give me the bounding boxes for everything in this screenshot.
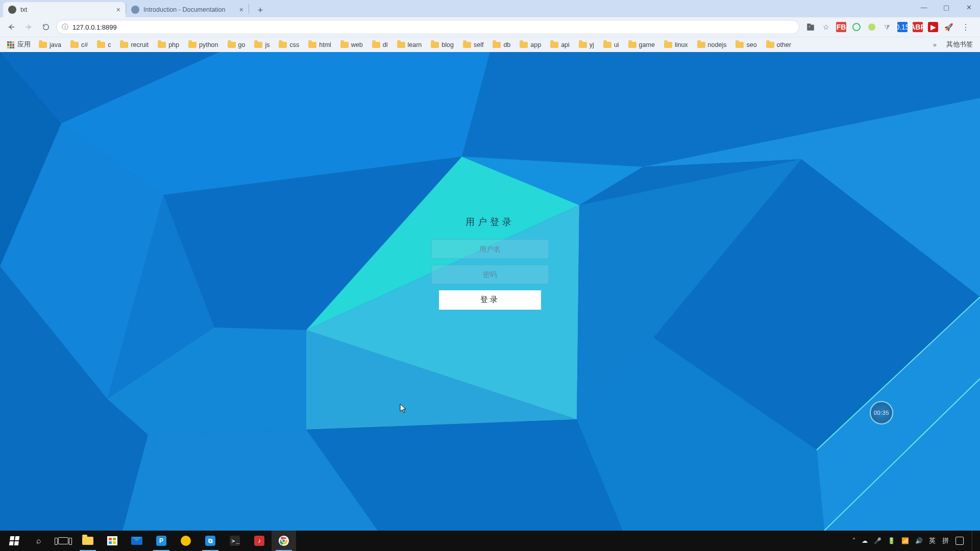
taskbar-app-store[interactable]: [100, 531, 125, 551]
extension-abp-icon[interactable]: ABP: [913, 22, 923, 32]
login-button[interactable]: 登录: [439, 290, 541, 310]
bookmark-folder[interactable]: php: [154, 40, 183, 49]
taskbar-app-explorer[interactable]: [76, 531, 100, 551]
apps-button[interactable]: 应用: [4, 39, 34, 50]
system-tray: ˄ ☁ 🎤 🔋 📶 🔊 英 拼: [847, 531, 980, 551]
reload-button[interactable]: [39, 20, 53, 34]
tray-overflow-button[interactable]: ˄: [852, 531, 855, 551]
bookmark-folder[interactable]: app: [516, 40, 545, 49]
bookmark-folder[interactable]: linux: [660, 40, 692, 49]
taskbar-search-button[interactable]: ⌕: [27, 531, 51, 551]
bookmark-folder[interactable]: js: [250, 40, 274, 49]
bookmark-folder[interactable]: recruit: [116, 40, 153, 49]
bookmark-folder[interactable]: api: [546, 40, 574, 49]
bookmark-folder[interactable]: java: [35, 40, 65, 49]
bookmarks-overflow-button[interactable]: »: [930, 41, 940, 48]
other-bookmarks-button[interactable]: 其他书签: [941, 39, 976, 50]
username-input[interactable]: [431, 239, 549, 259]
bookmark-folder[interactable]: seo: [731, 40, 761, 49]
extension-rocket-icon[interactable]: 🚀: [943, 22, 953, 32]
tray-ime-lang[interactable]: 英: [929, 531, 936, 551]
password-input[interactable]: [431, 265, 549, 284]
tray-ime-mode[interactable]: 拼: [942, 531, 949, 551]
bookmark-folder[interactable]: web: [336, 40, 367, 49]
back-button[interactable]: [4, 20, 18, 34]
tray-battery-icon[interactable]: 🔋: [888, 531, 895, 551]
task-view-button[interactable]: [51, 531, 76, 551]
close-icon[interactable]: ×: [239, 6, 243, 14]
bookmark-folder[interactable]: db: [488, 40, 514, 49]
extension-fb-icon[interactable]: FB: [836, 22, 846, 32]
tab-inactive[interactable]: Introduction - Documentation ×: [126, 2, 249, 17]
extension-green-dot-icon[interactable]: [867, 22, 877, 32]
new-tab-button[interactable]: +: [253, 3, 267, 17]
bookmark-folder[interactable]: python: [184, 40, 223, 49]
browser-menu-button[interactable]: ⋮: [959, 22, 973, 32]
site-info-icon[interactable]: ⓘ: [62, 22, 68, 32]
bookmark-folder[interactable]: blog: [427, 40, 458, 49]
tray-onedrive-icon[interactable]: ☁: [862, 531, 868, 551]
address-bar: ⓘ 127.0.0.1:8899 ☆ FB ⧩ 0.15 ABP ▶ 🚀 ⋮: [0, 17, 980, 37]
tray-volume-icon[interactable]: 🔊: [915, 531, 923, 551]
bookmark-folder[interactable]: self: [459, 40, 487, 49]
bookmark-folder[interactable]: game: [624, 40, 659, 49]
window-close-button[interactable]: ✕: [958, 0, 980, 14]
taskbar-app-chrome[interactable]: [272, 531, 296, 551]
bookmark-folder[interactable]: learn: [393, 40, 426, 49]
extension-evernote-icon[interactable]: [851, 22, 862, 32]
extension-calendar-icon[interactable]: 0.15: [897, 22, 908, 32]
taskbar-app-netease[interactable]: ♪: [247, 531, 272, 551]
bookmark-label: go: [238, 41, 246, 48]
close-icon[interactable]: ×: [116, 6, 120, 14]
folder-icon: [372, 42, 380, 48]
window-minimize-button[interactable]: —: [913, 0, 935, 14]
bookmark-folder[interactable]: dl: [368, 40, 392, 49]
bookmark-label: app: [530, 41, 541, 48]
bookmark-star-icon[interactable]: ☆: [821, 22, 831, 32]
bookmark-folder[interactable]: c#: [66, 40, 92, 49]
toolbar-extensions: ☆ FB ⧩ 0.15 ABP ▶ 🚀 ⋮: [802, 22, 976, 32]
globe-icon: [8, 6, 16, 14]
window-maximize-button[interactable]: ▢: [935, 0, 958, 14]
bookmark-folder[interactable]: c: [93, 40, 115, 49]
start-button[interactable]: [2, 531, 27, 551]
mouse-cursor-icon: [400, 404, 407, 414]
taskbar-app-terminal[interactable]: ＞_: [223, 531, 247, 551]
folder-icon: [120, 42, 128, 48]
extension-chevron-icon[interactable]: ⧩: [882, 22, 892, 32]
translate-icon[interactable]: [805, 22, 816, 32]
folder-icon: [736, 42, 744, 48]
arrow-left-icon: [7, 23, 15, 31]
bookmark-folder[interactable]: nodejs: [693, 40, 731, 49]
show-desktop-button[interactable]: [972, 531, 975, 551]
recording-timer-badge[interactable]: 00:35: [870, 401, 893, 424]
omnibox[interactable]: ⓘ 127.0.0.1:8899: [56, 20, 799, 34]
taskbar-app-p[interactable]: P: [149, 531, 174, 551]
taskbar-app-vscode[interactable]: ⧉: [198, 531, 223, 551]
arrow-right-icon: [24, 23, 33, 31]
bookmark-label: js: [265, 41, 270, 48]
bookmark-folder[interactable]: html: [304, 40, 335, 49]
bookmark-folder[interactable]: yj: [575, 40, 598, 49]
login-form: 用户登录 登录: [424, 216, 556, 310]
bookmark-label: recruit: [131, 41, 149, 48]
folder-icon: [550, 42, 558, 48]
taskbar-app-yellow-globe[interactable]: [174, 531, 198, 551]
folder-icon: [308, 42, 316, 48]
url-text: 127.0.0.1:8899: [72, 23, 117, 31]
forward-button[interactable]: [21, 20, 36, 34]
tray-wifi-icon[interactable]: 📶: [901, 531, 909, 551]
windows-logo-icon: [9, 536, 20, 545]
bookmark-folder[interactable]: ui: [599, 40, 623, 49]
bookmark-folder[interactable]: css: [275, 40, 303, 49]
tab-active[interactable]: txt ×: [3, 2, 126, 17]
taskbar-app-mail[interactable]: [125, 531, 149, 551]
folder-icon: [158, 42, 166, 48]
bookmark-folder[interactable]: go: [224, 40, 250, 49]
bookmark-label: self: [474, 41, 483, 48]
tray-microphone-icon[interactable]: 🎤: [874, 531, 881, 551]
extension-youtube-icon[interactable]: ▶: [928, 22, 938, 32]
tray-notifications-button[interactable]: [955, 531, 964, 551]
apps-label: 应用: [17, 40, 31, 49]
bookmark-folder[interactable]: other: [762, 40, 796, 49]
